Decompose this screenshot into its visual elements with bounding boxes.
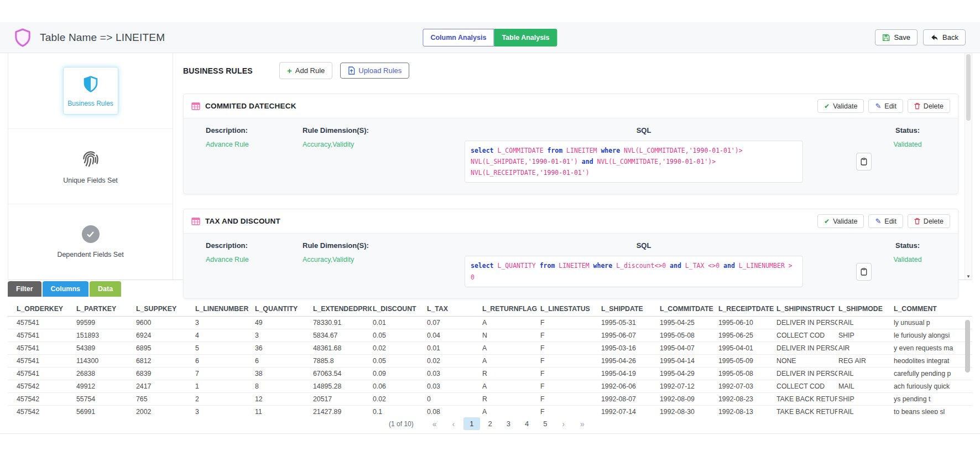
- table-cell: 1992-08-13: [717, 406, 775, 415]
- table-cell: 151893: [75, 329, 135, 342]
- column-header[interactable]: L_RETURNFLAG: [481, 302, 539, 317]
- status-value: Validated: [893, 256, 921, 263]
- table-row[interactable]: 4575424991224171814895.280.060.03AF1992-…: [8, 380, 972, 393]
- table-cell: N: [481, 329, 539, 342]
- table-cell: 1992-07-12: [659, 380, 717, 393]
- table-cell: 14895.28: [312, 380, 372, 393]
- table-cell: 1995-06-10: [717, 317, 775, 329]
- delete-button[interactable]: Delete: [908, 214, 950, 228]
- rules-scrollbar[interactable]: ▼: [965, 53, 972, 280]
- table-cell: 11: [254, 406, 312, 415]
- table-row[interactable]: 45754199599960034978330.910.010.07AF1995…: [8, 317, 972, 329]
- trash-icon: [914, 102, 920, 110]
- table-row[interactable]: 4575411518936924435834.670.050.04NF1995-…: [8, 329, 972, 342]
- column-header[interactable]: L_PARTKEY: [75, 302, 135, 317]
- table-cell: 1995-05-31: [600, 317, 659, 329]
- add-rule-button[interactable]: + Add Rule: [279, 62, 332, 79]
- page-number-3[interactable]: 3: [501, 417, 517, 430]
- sidebar-item-business-rules[interactable]: Business Rules: [8, 53, 173, 129]
- table-cell: 0.01: [372, 317, 426, 329]
- table-cell: RAIL: [837, 317, 893, 329]
- column-header[interactable]: L_EXTENDEDPRICE: [312, 302, 372, 317]
- column-header[interactable]: L_SHIPDATE: [600, 302, 659, 317]
- column-header[interactable]: L_QUANTITY: [254, 302, 312, 317]
- table-row[interactable]: 45754154389689553648361.680.020.01AF1995…: [8, 342, 972, 355]
- table-cell: 6895: [135, 342, 194, 355]
- header-bar: Table Name => LINEITEM Column Analysis T…: [0, 22, 980, 53]
- tab-filter[interactable]: Filter: [8, 281, 41, 297]
- upload-rules-button[interactable]: Upload Rules: [340, 63, 409, 79]
- table-row[interactable]: 45754126838683973867063.540.090.03RF1995…: [8, 368, 972, 380]
- validate-button[interactable]: ✔Validate: [817, 99, 864, 113]
- copy-sql-button[interactable]: [856, 263, 872, 281]
- table-cell: 457541: [8, 342, 75, 355]
- table-cell: 1995-04-14: [659, 355, 717, 368]
- first-page-button[interactable]: «: [426, 417, 444, 431]
- last-page-button[interactable]: »: [574, 417, 591, 431]
- copy-sql-button[interactable]: [856, 153, 872, 170]
- table-cell: 0.03: [426, 380, 481, 393]
- column-header[interactable]: L_TAX: [426, 302, 481, 317]
- table-cell: 1995-05-08: [717, 368, 775, 380]
- column-header[interactable]: L_COMMITDATE: [659, 302, 717, 317]
- tab-columns[interactable]: Columns: [43, 281, 88, 297]
- table-cell: TAKE BACK RETURN: [775, 406, 837, 415]
- tab-column-analysis[interactable]: Column Analysis: [423, 29, 494, 46]
- column-header[interactable]: L_LINESTATUS: [539, 302, 600, 317]
- delete-button[interactable]: Delete: [908, 99, 950, 113]
- validate-button[interactable]: ✔Validate: [817, 214, 864, 228]
- column-header[interactable]: L_ORDERKEY: [8, 302, 75, 317]
- prev-page-button[interactable]: ‹: [446, 417, 462, 431]
- table-row[interactable]: 45754256991200231121427.890.10.08AF1992-…: [8, 406, 972, 415]
- page-number-4[interactable]: 4: [519, 417, 535, 430]
- dimension-value: Accuracy,Validity: [303, 141, 416, 148]
- tab-data[interactable]: Data: [90, 281, 121, 297]
- table-cell: 6: [194, 355, 254, 368]
- column-header[interactable]: L_RECEIPTDATE: [717, 302, 775, 317]
- sidebar-item-unique-fields-set[interactable]: Unique Fields Set: [8, 129, 173, 205]
- table-cell: 54389: [75, 342, 135, 355]
- scrollbar-thumb[interactable]: [965, 320, 970, 373]
- page-number-5[interactable]: 5: [537, 417, 553, 430]
- next-page-button[interactable]: ›: [555, 417, 571, 431]
- back-button[interactable]: Back: [923, 29, 966, 45]
- table-cell: 1995-04-07: [659, 342, 717, 355]
- column-header[interactable]: L_DISCOUNT: [372, 302, 426, 317]
- table-cell: F: [539, 329, 600, 342]
- table-cell: 26838: [75, 368, 135, 380]
- table-row[interactable]: 4575411143006812667885.80.050.02AF1995-0…: [8, 355, 972, 368]
- table-cell: 1992-08-23: [717, 393, 775, 406]
- table-cell: A: [481, 342, 539, 355]
- data-table-body: 45754199599960034978330.910.010.07AF1995…: [8, 317, 972, 415]
- table-cell: 5: [194, 342, 254, 355]
- table-cell: REG AIR: [837, 355, 893, 368]
- scrollbar-thumb[interactable]: [966, 54, 971, 121]
- table-cell: DELIVER IN PERSON: [775, 342, 837, 355]
- table-cell: F: [539, 355, 600, 368]
- edit-button[interactable]: ✎Edit: [868, 99, 903, 113]
- column-header[interactable]: L_SHIPINSTRUCT: [775, 302, 837, 317]
- clipboard-icon: [861, 268, 867, 276]
- table-header-row: L_ORDERKEYL_PARTKEYL_SUPPKEYL_LINENUMBER…: [8, 302, 972, 317]
- upload-file-icon: [348, 66, 355, 75]
- dimension-value: Accuracy,Validity: [303, 256, 416, 263]
- column-header[interactable]: L_SUPPKEY: [135, 302, 194, 317]
- edit-button[interactable]: ✎Edit: [868, 214, 903, 228]
- column-header[interactable]: L_COMMENT: [893, 302, 972, 317]
- sql-label: SQL: [637, 241, 651, 250]
- tab-table-analysis[interactable]: Table Analysis: [494, 29, 557, 46]
- page-number-2[interactable]: 2: [482, 417, 498, 430]
- sidebar: Business Rules Unique Fields Set Depende…: [8, 53, 173, 280]
- table-cell: F: [539, 380, 600, 393]
- table-scrollbar[interactable]: [965, 318, 970, 414]
- save-button[interactable]: Save: [875, 29, 918, 45]
- table-row[interactable]: 45754255754765212205170.020RF1992-08-071…: [8, 393, 972, 406]
- sidebar-item-dependent-fields-set[interactable]: Dependent Fields Set: [8, 204, 173, 280]
- scroll-down-icon[interactable]: ▼: [965, 274, 972, 279]
- description-value: Advance Rule: [206, 256, 303, 263]
- column-header[interactable]: L_LINENUMBER: [194, 302, 254, 317]
- status-label: Status:: [895, 126, 920, 135]
- table-cell: DELIVER IN PERSON: [775, 317, 837, 329]
- page-number-1[interactable]: 1: [463, 417, 479, 430]
- column-header[interactable]: L_SHIPMODE: [837, 302, 893, 317]
